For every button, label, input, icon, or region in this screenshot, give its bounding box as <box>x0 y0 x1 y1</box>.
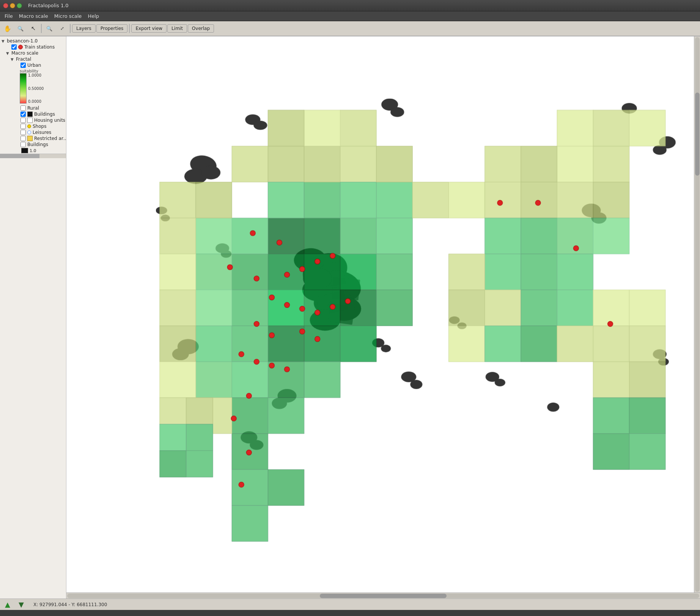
restricted-areas-checkbox[interactable] <box>20 136 26 141</box>
expand-arrow[interactable]: ▼ <box>6 51 11 55</box>
expand-arrow <box>15 137 20 141</box>
overlap-button[interactable]: Overlap <box>188 24 214 33</box>
svg-rect-48 <box>268 254 304 290</box>
svg-rect-92 <box>340 146 376 182</box>
svg-rect-77 <box>268 470 304 506</box>
tree-item-rural[interactable]: Rural <box>0 105 66 111</box>
svg-rect-132 <box>629 362 665 398</box>
vscrollbar-thumb[interactable] <box>695 93 700 176</box>
map-area[interactable] <box>66 36 694 592</box>
close-button[interactable] <box>3 3 8 8</box>
svg-point-171 <box>535 200 541 206</box>
svg-rect-112 <box>485 218 521 254</box>
svg-rect-62 <box>196 254 232 290</box>
svg-point-170 <box>497 200 503 206</box>
tree-item-leisures[interactable]: Leisures <box>0 129 66 135</box>
svg-point-159 <box>315 336 320 342</box>
buildings2-checkbox[interactable] <box>20 142 26 147</box>
export-view-button[interactable]: Export view <box>131 24 167 33</box>
tree-item-buildings2[interactable]: Buildings <box>0 141 66 148</box>
svg-rect-103 <box>557 146 593 182</box>
layer-label: Macro scale <box>11 50 38 56</box>
select-button[interactable]: ↖ <box>27 23 39 34</box>
hscrollbar-track[interactable] <box>67 594 699 598</box>
window-controls[interactable] <box>3 3 22 8</box>
svg-rect-101 <box>485 182 521 218</box>
buildings-checkbox[interactable] <box>20 112 26 117</box>
svg-rect-124 <box>521 290 557 326</box>
tree-item-shops[interactable]: Shops <box>0 123 66 129</box>
tree-item-buildings[interactable]: Buildings <box>0 111 66 117</box>
tree-item-besancon[interactable]: ▼ besancon-1.0 <box>0 38 66 44</box>
urban-checkbox[interactable] <box>20 63 26 68</box>
menu-macro-scale[interactable]: Macro scale <box>16 13 51 20</box>
tree-item-macro-scale[interactable]: ▼ Macro scale <box>0 50 66 56</box>
svg-rect-60 <box>232 218 268 254</box>
leisures-checkbox[interactable] <box>20 130 26 135</box>
sidebar-scrollbar-thumb[interactable] <box>0 154 39 158</box>
pan-tool-button[interactable]: ✋ <box>2 23 14 34</box>
train-stations-checkbox[interactable] <box>11 44 17 50</box>
tree-item-restricted-areas[interactable]: Restricted ar… <box>0 135 66 141</box>
tree-item-train-stations[interactable]: Train stations <box>0 44 66 50</box>
svg-rect-131 <box>629 326 665 362</box>
menu-help[interactable]: Help <box>85 13 102 20</box>
svg-point-168 <box>246 450 252 455</box>
svg-rect-105 <box>593 146 629 182</box>
svg-point-160 <box>254 321 259 327</box>
svg-point-9 <box>201 166 220 179</box>
limit-button[interactable]: Limit <box>167 24 187 33</box>
suitability-gradient <box>20 73 27 104</box>
horizontal-scrollbar[interactable] <box>66 592 700 599</box>
svg-point-163 <box>254 359 259 365</box>
tree-item-fractal[interactable]: ▼ Fractal <box>0 56 66 62</box>
expand-arrow[interactable]: ▼ <box>2 39 7 43</box>
svg-point-148 <box>284 272 289 277</box>
svg-rect-59 <box>340 218 376 254</box>
sidebar-scrollbar[interactable] <box>0 154 66 158</box>
svg-point-147 <box>254 276 259 281</box>
expand-arrow <box>6 45 11 49</box>
svg-point-11 <box>253 121 267 130</box>
layer-label: Rural <box>27 105 39 111</box>
zoom-fit-button[interactable]: ⤢ <box>56 23 68 34</box>
svg-rect-136 <box>629 398 665 434</box>
shops-checkbox[interactable] <box>20 124 26 129</box>
svg-rect-113 <box>521 218 557 254</box>
rural-checkbox[interactable] <box>20 105 26 111</box>
legend-labels: 1.0000 0.50000 0.0000 <box>28 73 44 104</box>
menu-file[interactable]: File <box>2 13 16 20</box>
svg-rect-66 <box>376 290 412 326</box>
maximize-button[interactable] <box>17 3 22 8</box>
expand-arrow <box>15 124 20 129</box>
tree-item-housing-units[interactable]: Housing units <box>0 117 66 123</box>
svg-rect-115 <box>521 254 557 290</box>
tree-item-urban[interactable]: Urban <box>0 62 66 68</box>
vscrollbar-track[interactable] <box>695 37 700 592</box>
vertical-scrollbar[interactable] <box>694 36 700 592</box>
layer-label: Housing units <box>34 118 65 123</box>
svg-rect-104 <box>557 182 593 218</box>
minimize-button[interactable] <box>10 3 15 8</box>
svg-point-152 <box>269 295 274 300</box>
menu-micro-scale[interactable]: Micro scale <box>51 13 85 20</box>
titlebar: Fractalopolis 1.0 <box>0 0 700 11</box>
svg-rect-133 <box>593 362 629 398</box>
svg-rect-93 <box>340 182 376 218</box>
svg-point-165 <box>284 367 289 372</box>
layer-label: Buildings <box>27 142 48 147</box>
expand-arrow[interactable]: ▼ <box>11 57 16 61</box>
expand-arrow <box>15 130 20 135</box>
layer-label: Restricted ar… <box>34 136 66 141</box>
housing-checkbox[interactable] <box>20 118 26 123</box>
svg-rect-121 <box>485 290 521 326</box>
hscrollbar-thumb[interactable] <box>320 594 446 598</box>
scroll-up-button[interactable]: ▲ <box>3 600 12 609</box>
expand-arrow <box>15 118 20 123</box>
zoom-out-button[interactable]: 🔍 <box>14 23 27 34</box>
svg-rect-79 <box>160 182 196 218</box>
zoom-area-button[interactable]: 🔍 <box>43 23 55 34</box>
scroll-down-button[interactable]: ▼ <box>17 600 26 609</box>
properties-button[interactable]: Properties <box>96 24 128 33</box>
layers-button[interactable]: Layers <box>72 24 96 33</box>
